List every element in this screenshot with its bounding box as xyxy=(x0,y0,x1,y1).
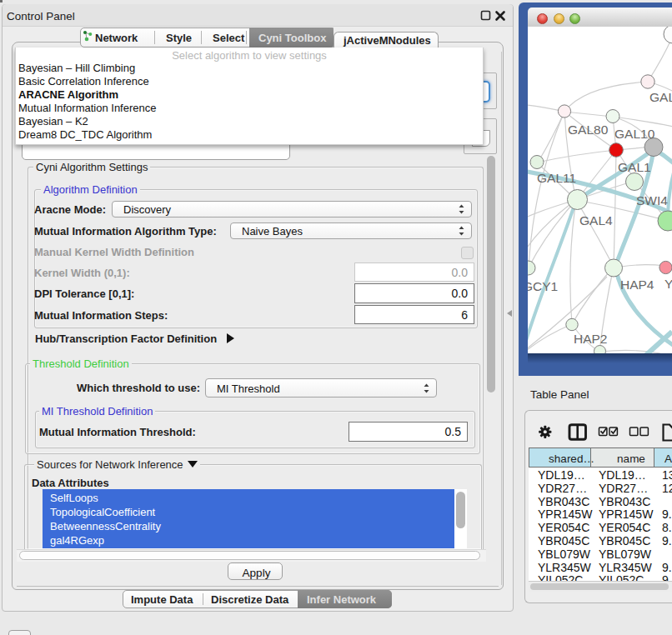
svg-text:GAL1: GAL1 xyxy=(618,160,651,174)
svg-text:GAL80: GAL80 xyxy=(568,122,609,137)
svg-text:SWI4: SWI4 xyxy=(636,193,668,208)
svg-text:HAP4: HAP4 xyxy=(620,278,654,292)
svg-text:GAL4: GAL4 xyxy=(579,213,613,228)
svg-text:GAL11: GAL11 xyxy=(537,171,576,185)
svg-text:GAL2: GAL2 xyxy=(649,90,672,104)
svg-text:GAL10: GAL10 xyxy=(614,127,655,141)
svg-text:Y: Y xyxy=(664,277,672,291)
svg-text:HAP2: HAP2 xyxy=(574,332,608,346)
svg-text:GCY1: GCY1 xyxy=(528,279,558,293)
